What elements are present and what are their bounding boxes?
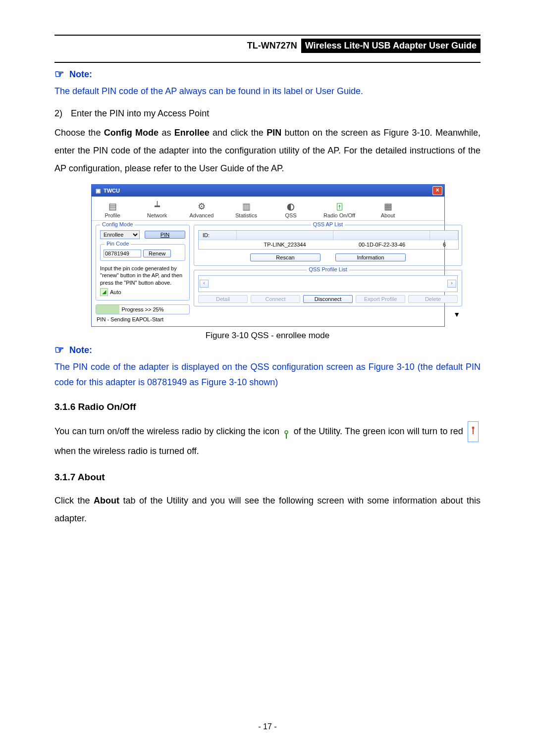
- page-header: TL-WN727N Wireless Lite-N USB Adapter Us…: [54, 35, 481, 53]
- cell-ssid: TP-LINK_223344: [236, 240, 333, 249]
- pin-code-input[interactable]: [104, 250, 141, 257]
- gear-icon: ⚙: [186, 201, 217, 212]
- disconnect-button[interactable]: Disconnect: [303, 295, 353, 303]
- section-about-para: Click the About tab of the Utility and y…: [54, 492, 481, 527]
- twcu-title: TWCU: [104, 188, 120, 194]
- qss-profile-list-title: QSS Profile List: [307, 266, 349, 272]
- document-page: TL-WN727N Wireless Lite-N USB Adapter Us…: [0, 0, 535, 756]
- detail-button[interactable]: Detail: [198, 295, 248, 303]
- page-number: - 17 -: [0, 722, 535, 731]
- note-text-1: The default PIN code of the AP always ca…: [54, 84, 481, 99]
- pin-code-group: Pin Code Renew: [100, 244, 185, 261]
- antenna-red-icon-box: [468, 421, 479, 442]
- twcu-tabs: ▤Profile ┷Network ⚙Advanced ▥Statistics …: [92, 197, 444, 221]
- profile-icon: ▤: [97, 201, 128, 212]
- antenna-green-icon: [283, 427, 290, 436]
- rescan-button[interactable]: Rescan: [250, 253, 321, 261]
- t: About: [94, 496, 119, 505]
- col-id: ID:: [199, 231, 237, 240]
- tab-network[interactable]: ┷Network: [141, 201, 173, 218]
- t: Choose the: [54, 128, 104, 138]
- right-column: QSS AP List ID: TP-LINK_223344: [194, 225, 462, 322]
- t: You can turn on/off the wireless radio b…: [54, 426, 282, 436]
- connect-button[interactable]: Connect: [251, 295, 300, 303]
- scroll-left-icon[interactable]: ‹: [200, 280, 209, 288]
- ap-row[interactable]: TP-LINK_223344 00-1D-0F-22-33-46 6: [199, 240, 458, 249]
- l: Network: [141, 212, 173, 218]
- tab-about[interactable]: ▦About: [372, 201, 404, 218]
- delete-button[interactable]: Delete: [408, 295, 458, 303]
- bottom-buttons: Detail Connect Disconnect Export Profile…: [198, 295, 458, 303]
- pin-code-title: Pin Code: [105, 241, 131, 247]
- note-heading-1: ☞ Note:: [54, 68, 481, 81]
- t: when the wireless radio is turned off.: [54, 446, 199, 456]
- pointing-hand-icon: ☞: [54, 344, 64, 356]
- pin-hint: Input the pin code generated by "renew" …: [100, 265, 185, 286]
- figure-310: ▣ TWCU × ▤Profile ┷Network ⚙Advanced ▥St…: [91, 184, 444, 341]
- t: as: [159, 128, 174, 138]
- chevron-down-icon[interactable]: ▼: [194, 310, 462, 318]
- tab-radio[interactable]: ⍐Radio On/Off: [320, 201, 359, 218]
- tab-statistics[interactable]: ▥Statistics: [230, 201, 262, 218]
- t: PIN: [267, 128, 281, 138]
- tab-profile[interactable]: ▤Profile: [97, 201, 128, 218]
- information-button[interactable]: Information: [335, 253, 406, 261]
- twcu-body: Config Mode Enrollee PIN Pin Code Renew: [92, 221, 444, 326]
- config-mode-group: Config Mode Enrollee PIN Pin Code Renew: [96, 225, 190, 301]
- auto-row: ◢ Auto: [100, 288, 185, 296]
- qss-ap-list-title: QSS AP List: [311, 221, 345, 227]
- l: QSS: [275, 212, 307, 218]
- l: Profile: [97, 212, 128, 218]
- chart-icon: ▥: [230, 201, 262, 212]
- config-mode-select[interactable]: Enrollee: [100, 230, 140, 239]
- note-heading-2: ☞ Note:: [54, 344, 481, 356]
- close-icon[interactable]: ×: [432, 186, 442, 195]
- tab-advanced[interactable]: ⚙Advanced: [186, 201, 217, 218]
- scroll-right-icon[interactable]: ›: [447, 280, 456, 288]
- about-icon: ▦: [372, 201, 404, 212]
- export-profile-button[interactable]: Export Profile: [356, 295, 405, 303]
- progress-bar: Progress >> 25%: [96, 304, 190, 314]
- section-radio-para: You can turn on/off the wireless radio b…: [54, 421, 481, 460]
- progress-text: Progress >> 25%: [99, 306, 186, 312]
- note-text-2: The PIN code of the adapter is displayed…: [54, 359, 481, 390]
- svg-point-2: [472, 427, 475, 429]
- qss-ap-list-group: QSS AP List ID: TP-LINK_223344: [194, 225, 462, 266]
- figure-caption: Figure 3-10 QSS - enrollee mode: [91, 331, 444, 341]
- auto-icon[interactable]: ◢: [100, 288, 108, 296]
- l: PIN: [160, 232, 169, 238]
- l: About: [372, 212, 404, 218]
- left-column: Config Mode Enrollee PIN Pin Code Renew: [96, 225, 190, 322]
- svg-point-0: [285, 431, 288, 434]
- profile-list-box: ‹ ›: [198, 275, 458, 292]
- t: Config Mode: [104, 128, 159, 138]
- twcu-window: ▣ TWCU × ▤Profile ┷Network ⚙Advanced ▥St…: [91, 184, 445, 327]
- t: of the Utility. The green icon will turn…: [294, 426, 466, 436]
- status-text: PIN - Sending EAPOL-Start: [96, 316, 190, 322]
- ap-btn-row: Rescan Information: [198, 253, 458, 261]
- renew-button[interactable]: Renew: [143, 250, 171, 257]
- header-rule: [54, 62, 481, 63]
- ap-table-head: ID:: [199, 231, 458, 240]
- l: Advanced: [186, 212, 217, 218]
- section-about-title: 3.1.7 About: [54, 472, 481, 483]
- col-ssid: [237, 231, 333, 240]
- para-choose: Choose the Config Mode as Enrollee and c…: [54, 124, 481, 177]
- l: Radio On/Off: [320, 212, 359, 218]
- twcu-app-icon: ▣: [96, 188, 101, 194]
- t: Click the: [54, 496, 94, 505]
- col-ch: [430, 231, 458, 240]
- cell-ch: 6: [430, 240, 458, 249]
- antenna-green-icon: ⍐: [320, 201, 359, 212]
- col-bssid: [333, 231, 430, 240]
- network-icon: ┷: [141, 201, 173, 212]
- section-radio-title: 3.1.6 Radio On/Off: [54, 402, 481, 412]
- tab-qss[interactable]: ◐QSS: [275, 201, 307, 218]
- header-model: TL-WN727N: [247, 41, 297, 51]
- pin-button[interactable]: PIN: [145, 231, 185, 239]
- t: Enrollee: [174, 128, 210, 138]
- qss-profile-list-group: QSS Profile List ‹ › Detail Connect Disc…: [194, 270, 462, 306]
- cell-bssid: 00-1D-0F-22-33-46: [333, 240, 430, 249]
- step-text: Enter the PIN into my Access Point: [71, 108, 209, 118]
- pointing-hand-icon: ☞: [54, 68, 64, 81]
